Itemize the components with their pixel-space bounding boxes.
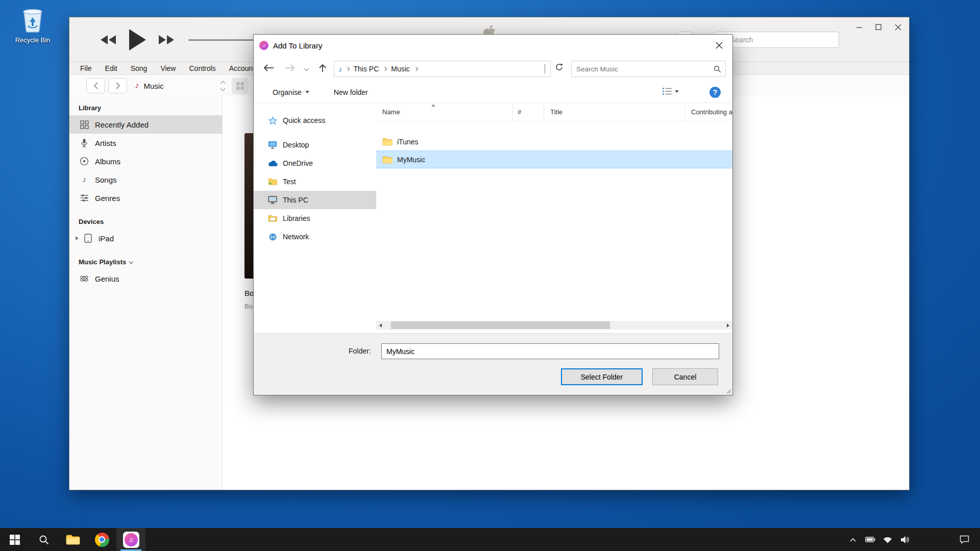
dialog-search-input[interactable] xyxy=(576,65,714,73)
horizontal-scrollbar[interactable] xyxy=(376,321,732,330)
nav-item-network[interactable]: Network xyxy=(254,228,376,246)
libraries-icon xyxy=(267,214,278,223)
play-button[interactable] xyxy=(128,28,147,52)
sidebar-item-label: Genius xyxy=(95,274,119,283)
nav-item-desktop[interactable]: Desktop xyxy=(254,136,376,154)
refresh-button[interactable] xyxy=(555,63,564,71)
column-name[interactable]: Name xyxy=(376,103,513,121)
sidebar-item-genius[interactable]: Genius xyxy=(69,269,222,288)
sidebar-item-albums[interactable]: Albums xyxy=(69,152,222,170)
nav-item-onedrive[interactable]: OneDrive xyxy=(254,154,376,172)
nav-history-dropdown[interactable] xyxy=(305,67,308,70)
sidebar-item-label: Albums xyxy=(95,157,120,166)
breadcrumb-music[interactable]: Music xyxy=(389,65,412,73)
organise-menu-button[interactable]: Organise xyxy=(273,88,309,96)
help-button[interactable]: ? xyxy=(709,87,721,98)
back-button[interactable] xyxy=(86,78,105,93)
devices-section-header: Devices xyxy=(69,214,222,229)
itunes-search-box[interactable] xyxy=(715,32,839,48)
sidebar-item-label: iPad xyxy=(99,234,114,243)
sidebar-item-genres[interactable]: Genres xyxy=(69,189,222,207)
action-center-icon[interactable] xyxy=(955,528,973,551)
dialog-body: Quick access Desktop OneDrive Test xyxy=(254,103,732,333)
taskbar-file-explorer[interactable] xyxy=(58,528,87,551)
nav-item-quick-access[interactable]: Quick access xyxy=(254,111,376,130)
tray-expand-icon[interactable] xyxy=(844,528,862,551)
media-type-selector[interactable]: ♪ Music xyxy=(135,78,225,93)
sidebar-item-ipad[interactable]: iPad xyxy=(69,229,222,247)
dialog-toolbar: Organise New folder ? xyxy=(254,82,732,103)
itunes-app-icon: ♫ xyxy=(259,41,268,50)
network-icon[interactable] xyxy=(879,528,896,551)
scroll-left-arrow[interactable] xyxy=(376,321,385,330)
column-title[interactable]: Title xyxy=(544,103,685,121)
dialog-search-box[interactable] xyxy=(571,61,726,77)
select-folder-button[interactable]: Select Folder xyxy=(561,368,643,385)
resize-grip[interactable] xyxy=(725,388,731,394)
itunes-maximize-button[interactable] xyxy=(871,20,886,34)
desktop-icon xyxy=(267,140,278,149)
organise-label: Organise xyxy=(273,88,302,96)
column-number[interactable]: # xyxy=(513,103,544,121)
nav-item-this-pc[interactable]: This PC xyxy=(254,191,376,209)
menu-file[interactable]: File xyxy=(74,62,99,74)
album-artist[interactable]: Bo xyxy=(244,303,253,310)
file-row-itunes[interactable]: iTunes xyxy=(376,133,732,151)
column-contributing-artists[interactable]: Contributing artists xyxy=(685,103,732,121)
scroll-right-arrow[interactable] xyxy=(724,321,732,330)
itunes-minimize-button[interactable] xyxy=(851,20,867,34)
music-folder-icon: ♪ xyxy=(338,65,342,73)
volume-icon[interactable] xyxy=(896,528,914,551)
scrollbar-thumb[interactable] xyxy=(391,321,610,329)
sidebar-item-songs[interactable]: ♪ Songs xyxy=(69,170,222,189)
sidebar-item-recently-added[interactable]: Recently Added xyxy=(69,115,222,134)
dialog-close-button[interactable] xyxy=(706,35,732,56)
folder-name-input[interactable] xyxy=(381,343,719,359)
recycle-bin-desktop-icon[interactable]: Recycle Bin xyxy=(11,6,54,44)
nav-up-button[interactable] xyxy=(318,63,327,72)
nav-item-test[interactable]: Test xyxy=(254,172,376,191)
forward-button[interactable] xyxy=(108,78,127,93)
menu-song[interactable]: Song xyxy=(124,62,154,74)
breadcrumb-chevron-icon xyxy=(383,67,387,71)
itunes-close-button[interactable] xyxy=(890,20,905,34)
genius-atom-icon xyxy=(79,273,90,284)
playlists-section-header[interactable]: Music Playlists xyxy=(69,255,222,269)
breadcrumb-this-pc[interactable]: This PC xyxy=(352,65,381,73)
menu-edit[interactable]: Edit xyxy=(99,62,124,74)
itunes-search-input[interactable] xyxy=(730,36,827,44)
sidebar-item-artists[interactable]: Artists xyxy=(69,134,222,152)
address-bar[interactable]: ♪ This PC Music xyxy=(334,61,551,77)
change-view-button[interactable] xyxy=(662,87,679,96)
vinyl-record-icon xyxy=(79,156,90,166)
folder-icon xyxy=(382,156,393,164)
expand-arrow-icon[interactable] xyxy=(76,236,79,240)
menu-controls[interactable]: Controls xyxy=(182,62,222,74)
battery-icon[interactable] xyxy=(862,528,879,551)
address-dropdown-chevron[interactable] xyxy=(543,62,547,76)
taskbar-search-button[interactable] xyxy=(29,528,58,551)
nav-item-libraries[interactable]: Libraries xyxy=(254,209,376,228)
taskbar: ♫ xyxy=(0,528,980,551)
view-toggle-button[interactable] xyxy=(232,78,249,94)
dialog-footer: Folder: Select Folder Cancel xyxy=(254,333,732,395)
column-headers: Name # Title Contributing artists xyxy=(376,103,732,121)
nav-forward-button[interactable] xyxy=(284,63,296,72)
cancel-button[interactable]: Cancel xyxy=(652,368,718,385)
file-name-label: iTunes xyxy=(397,138,419,146)
taskbar-itunes[interactable]: ♫ xyxy=(116,528,145,551)
sliders-icon xyxy=(79,193,90,203)
library-section-header: Library xyxy=(69,101,222,115)
new-folder-button[interactable]: New folder xyxy=(334,88,368,96)
fast-forward-button[interactable] xyxy=(157,34,176,46)
rewind-button[interactable] xyxy=(99,34,117,46)
menu-view[interactable]: View xyxy=(154,62,182,74)
taskbar-chrome[interactable] xyxy=(87,528,116,551)
folder-icon xyxy=(267,177,278,186)
album-title[interactable]: Bo xyxy=(244,289,254,297)
file-row-mymusic[interactable]: MyMusic xyxy=(376,151,732,168)
nav-back-button[interactable] xyxy=(263,63,274,72)
dialog-titlebar[interactable]: ♫ Add To Library xyxy=(254,35,732,56)
dialog-navigation-bar: ♪ This PC Music xyxy=(254,56,732,82)
start-button[interactable] xyxy=(0,528,29,551)
